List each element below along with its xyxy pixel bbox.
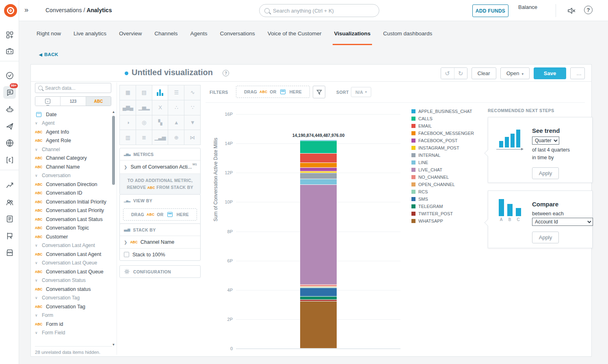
data-field-item[interactable]: ABCCustomer	[35, 232, 112, 241]
chart-type-line-chart[interactable]: ∿	[184, 85, 200, 100]
bar-segment-telegram[interactable]	[300, 296, 337, 300]
metric-item[interactable]: ❯ Sum of Conversation Acti... M1	[120, 160, 200, 173]
tab-visualizations[interactable]: Visualizations	[334, 30, 371, 45]
mute-notifications-icon[interactable]	[567, 6, 576, 15]
field-group-header[interactable]: ∨Conversation Tag	[35, 294, 112, 303]
moments-icon[interactable]	[3, 69, 16, 82]
data-field-item[interactable]: ABCChannel Name	[35, 162, 112, 171]
data-field-item[interactable]: ABCConversation Topic	[35, 224, 112, 233]
data-field-item[interactable]: Date	[35, 110, 112, 119]
field-group-header[interactable]: ∨Agent	[35, 119, 112, 128]
legend-item-facebook_post[interactable]: FACEBOOK_POST	[411, 137, 480, 144]
chart-type-horizontal-bar[interactable]: ☰	[168, 85, 184, 100]
filter-numeric-button[interactable]: 123	[60, 97, 85, 106]
chart-type-text[interactable]: X	[152, 100, 168, 115]
legend-item-live_chat[interactable]: LIVE_CHAT	[411, 166, 480, 173]
chart-type-waterfall[interactable]: ▁▃▅	[152, 130, 168, 145]
sort-select[interactable]: N/A▾	[351, 87, 371, 97]
chart-type-pie[interactable]: ◑	[120, 115, 136, 130]
field-group-header[interactable]: ∨Form Field	[35, 329, 112, 338]
data-list-scrollbar[interactable]: ▲ ▼	[112, 110, 115, 347]
field-group-header[interactable]: ∨Conversation Last Agent	[35, 241, 112, 250]
bar-segment-facebook_messenger[interactable]	[300, 162, 337, 167]
bar-segment-line[interactable]	[300, 179, 337, 184]
chart-type-treemap[interactable]: ▚	[152, 115, 168, 130]
legend-item-email[interactable]: EMAIL	[411, 122, 480, 130]
title-help-icon[interactable]: ?	[223, 70, 229, 76]
field-group-header[interactable]: ∨Conversation	[35, 171, 112, 180]
filter-calculated-button[interactable]: +-x=	[35, 97, 60, 106]
scroll-down-icon[interactable]: ▼	[112, 343, 115, 347]
chart-type-combo-chart[interactable]: ▁▅▂	[136, 100, 152, 115]
chart-type-table[interactable]: ▦	[120, 85, 136, 100]
data-field-item[interactable]: ABCConversation Tag	[35, 302, 112, 311]
field-group-header[interactable]: ∨Conversation Status	[35, 276, 112, 285]
data-field-item[interactable]: ABCForm id	[35, 320, 112, 329]
legend-item-open_channel[interactable]: OPEN_CHANNEL	[411, 181, 480, 188]
bar-segment-live_chat[interactable]	[300, 184, 337, 284]
people-icon[interactable]	[3, 196, 16, 208]
filter-funnel-button[interactable]	[313, 86, 325, 98]
tab-channels[interactable]: Channels	[154, 30, 177, 45]
data-field-item[interactable]: ABCConversation Last Status	[35, 215, 112, 224]
view-by-dropzone[interactable]: DRAGABCORHERE	[123, 208, 197, 221]
legend-item-rcs[interactable]: RCS	[411, 188, 480, 195]
stacked-bar[interactable]	[300, 140, 337, 348]
data-field-item[interactable]: ABCConversation Last Agent	[35, 250, 112, 259]
undo-button[interactable]: ↺	[441, 68, 454, 79]
open-button[interactable]: Open▾	[500, 67, 530, 79]
legend-item-telegram[interactable]: TELEGRAM	[411, 203, 480, 210]
data-field-item[interactable]: ABCConversation Last Queue	[35, 267, 112, 276]
chart-type-detailed-table[interactable]: ▥	[120, 130, 136, 145]
legend-item-internal[interactable]: INTERNAL	[411, 152, 480, 159]
trend-apply-button[interactable]: Apply	[532, 167, 559, 179]
tab-live-analytics[interactable]: Live analytics	[74, 30, 106, 45]
bar-segment-sms[interactable]	[300, 288, 337, 296]
brand-logo[interactable]	[4, 4, 17, 17]
data-field-item[interactable]: ABCConversation ID	[35, 189, 112, 198]
data-search-input[interactable]	[45, 85, 108, 91]
chart-type-funnel[interactable]: ▼	[184, 115, 200, 130]
chart-type-pivot-table[interactable]: ▤	[136, 85, 152, 100]
bar-segment-calls[interactable]	[300, 141, 337, 154]
data-field-item[interactable]: ABCConversation status	[35, 285, 112, 294]
chart-type-bubble[interactable]: ∵	[184, 100, 200, 115]
help-icon[interactable]: ?	[584, 6, 593, 14]
legend-item-sms[interactable]: SMS	[411, 195, 480, 203]
apps-icon[interactable]	[3, 28, 16, 41]
tab-conversations[interactable]: Conversations	[220, 30, 255, 45]
legend-item-line[interactable]: LINE	[411, 159, 480, 166]
more-options-button[interactable]: …	[570, 67, 585, 79]
legend-item-no_channel[interactable]: NO_CHANNEL	[411, 173, 480, 181]
dev-tools-icon[interactable]	[3, 45, 16, 57]
data-field-item[interactable]: ABCConversation Direction	[35, 180, 112, 189]
configuration-panel[interactable]: CONFIGURATION	[119, 265, 201, 278]
bar-segment-email[interactable]	[300, 153, 337, 162]
global-search[interactable]	[259, 4, 379, 17]
chart-type-geo-map[interactable]: ⊕	[168, 130, 184, 145]
balance-label[interactable]: Balance	[518, 4, 537, 10]
marketplace-icon[interactable]	[3, 246, 16, 259]
bar-segment-facebook_post[interactable]	[300, 167, 337, 171]
trend-period-select[interactable]: Quarter	[532, 136, 559, 145]
legend-item-apple_business_chat[interactable]: APPLE_BUSINESS_CHAT	[411, 108, 480, 115]
tab-voice-of-the-customer[interactable]: Voice of the Customer	[268, 30, 322, 45]
data-field-item[interactable]: ABCConversation Last Priority	[35, 206, 112, 215]
data-field-item[interactable]: ABCAgent Role	[35, 136, 112, 145]
stack-100-checkbox[interactable]	[124, 252, 129, 257]
compare-dimension-select[interactable]: Account Id	[532, 218, 593, 226]
analytics-icon[interactable]	[3, 179, 16, 191]
answers-bot-icon[interactable]	[3, 103, 16, 116]
tab-right-now[interactable]: Right now	[37, 30, 61, 45]
scroll-up-icon[interactable]: ▲	[112, 110, 115, 114]
tab-agents[interactable]: Agents	[190, 30, 207, 45]
chart-type-donut[interactable]: ◎	[136, 115, 152, 130]
add-funds-button[interactable]: ADD FUNDS	[472, 4, 508, 17]
legend-item-facebook_messenger[interactable]: FACEBOOK_MESSENGER	[411, 130, 480, 137]
legend-item-instagram_post[interactable]: INSTAGRAM_POST	[411, 144, 480, 152]
sidebar-expand-icon[interactable]: »	[24, 6, 28, 14]
data-search[interactable]	[35, 83, 111, 93]
stack-by-item[interactable]: ❯ ABC Channel Name	[120, 236, 200, 248]
data-field-item[interactable]: ABCAgent Info	[35, 128, 112, 136]
clear-button[interactable]: Clear	[472, 67, 496, 79]
